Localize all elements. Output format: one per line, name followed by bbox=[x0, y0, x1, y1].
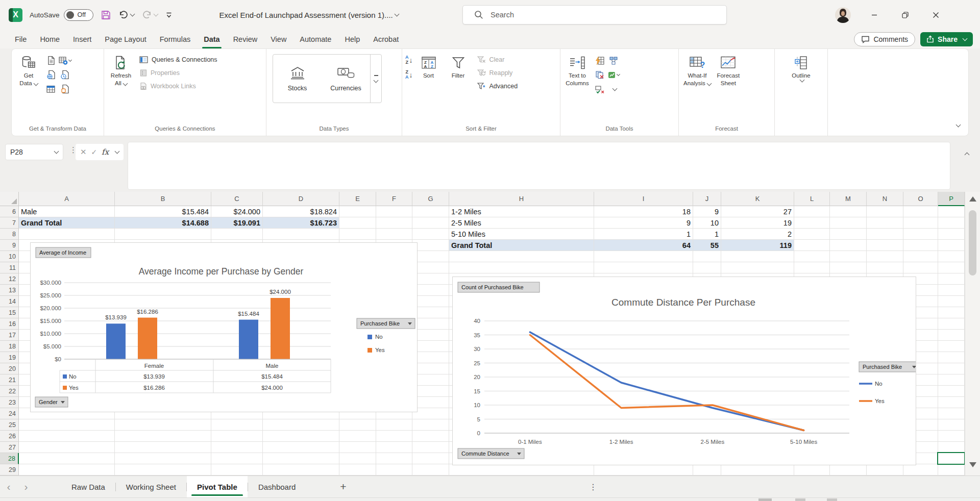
cell-I7[interactable]: 9 bbox=[594, 217, 693, 229]
column-header-N[interactable]: N bbox=[867, 192, 903, 206]
name-box[interactable]: P28 bbox=[5, 144, 63, 160]
column-header-K[interactable]: K bbox=[721, 192, 794, 206]
cell-N29[interactable] bbox=[867, 464, 903, 475]
column-header-J[interactable]: J bbox=[693, 192, 721, 206]
cell-G28[interactable] bbox=[412, 453, 449, 464]
column-header-B[interactable]: B bbox=[115, 192, 211, 206]
cell-I6[interactable]: 18 bbox=[594, 206, 693, 217]
data-validation-button[interactable] bbox=[593, 82, 606, 96]
cell-M11[interactable] bbox=[830, 262, 867, 273]
cell-B27[interactable] bbox=[115, 442, 211, 453]
cell-O11[interactable] bbox=[903, 262, 938, 273]
column-header-P[interactable]: P bbox=[938, 192, 965, 206]
cell-K8[interactable]: 2 bbox=[721, 229, 794, 240]
cell-G18[interactable] bbox=[412, 341, 449, 352]
row-header-15[interactable]: 15 bbox=[0, 307, 19, 318]
cell-N11[interactable] bbox=[867, 262, 903, 273]
cell-J10[interactable] bbox=[693, 251, 721, 262]
cell-E26[interactable] bbox=[339, 431, 376, 442]
cell-P27[interactable] bbox=[938, 442, 965, 453]
advanced-filter-button[interactable]: * Advanced bbox=[474, 80, 521, 93]
cell-G19[interactable] bbox=[412, 352, 449, 363]
data-types-more-button[interactable] bbox=[370, 55, 381, 103]
tabbar-overflow-dots-icon[interactable]: ⋮ bbox=[586, 476, 600, 497]
menu-tab-data[interactable]: Data bbox=[197, 30, 226, 48]
sort-ascending-button[interactable]: AZ ↓ bbox=[405, 55, 413, 65]
row-header-13[interactable]: 13 bbox=[0, 285, 19, 296]
cell-H11[interactable] bbox=[449, 262, 594, 273]
cell-O9[interactable] bbox=[903, 240, 938, 251]
cell-B8[interactable] bbox=[115, 229, 211, 240]
row-header-21[interactable]: 21 bbox=[0, 374, 19, 386]
row-header-28[interactable]: 28 bbox=[0, 453, 19, 464]
cell-L6[interactable] bbox=[794, 206, 830, 217]
column-header-C[interactable]: C bbox=[211, 192, 263, 206]
cell-P17[interactable] bbox=[938, 330, 965, 341]
avg-income-pivot-chart[interactable]: $30.000$25.000$20.000$15.000$10.000$5.00… bbox=[30, 242, 418, 412]
cell-F29[interactable] bbox=[376, 464, 412, 475]
cell-A7[interactable]: Grand Total bbox=[19, 217, 115, 229]
cell-P15[interactable] bbox=[938, 307, 965, 318]
reapply-filter-button[interactable]: Reapply bbox=[474, 66, 521, 80]
cell-K11[interactable] bbox=[721, 262, 794, 273]
column-header-F[interactable]: F bbox=[376, 192, 412, 206]
cell-J29[interactable] bbox=[693, 464, 721, 475]
cell-F27[interactable] bbox=[376, 442, 412, 453]
cell-B28[interactable] bbox=[115, 453, 211, 464]
cell-F25[interactable] bbox=[376, 419, 412, 431]
cell-G8[interactable] bbox=[412, 229, 449, 240]
menu-tab-acrobat[interactable]: Acrobat bbox=[366, 30, 405, 48]
cell-J9[interactable]: 55 bbox=[693, 240, 721, 251]
cell-H6[interactable]: 1-2 Miles bbox=[449, 206, 594, 217]
column-header-M[interactable]: M bbox=[830, 192, 867, 206]
cell-G13[interactable] bbox=[412, 285, 449, 296]
column-header-G[interactable]: G bbox=[412, 192, 449, 206]
cell-G24[interactable] bbox=[412, 408, 449, 419]
sheet-tab-dashboard[interactable]: Dashboard bbox=[248, 476, 306, 497]
cell-G11[interactable] bbox=[412, 262, 449, 273]
cell-J11[interactable] bbox=[693, 262, 721, 273]
share-button[interactable]: Share bbox=[920, 32, 973, 46]
row-header-29[interactable]: 29 bbox=[0, 464, 19, 475]
cell-A27[interactable] bbox=[19, 442, 115, 453]
chart2-purchased-bike-field-button[interactable]: Purchased Bike bbox=[859, 362, 916, 372]
cell-D7[interactable]: $16.723 bbox=[263, 217, 339, 229]
view-normal-button[interactable] bbox=[758, 498, 772, 501]
restore-button[interactable] bbox=[893, 0, 917, 30]
row-header-17[interactable]: 17 bbox=[0, 330, 19, 341]
cell-F26[interactable] bbox=[376, 431, 412, 442]
cell-D29[interactable] bbox=[263, 464, 339, 475]
cell-N10[interactable] bbox=[867, 251, 903, 262]
cell-C8[interactable] bbox=[211, 229, 263, 240]
insert-function-button[interactable]: fx bbox=[102, 147, 109, 157]
chart1-average-of-income-field-button[interactable]: Average of Income bbox=[36, 247, 91, 258]
collapse-formula-bar-button[interactable] bbox=[960, 150, 972, 159]
sort-descending-button[interactable]: ZA ↓ bbox=[405, 70, 413, 80]
row-header-27[interactable]: 27 bbox=[0, 442, 19, 453]
cell-C6[interactable]: $24.000 bbox=[211, 206, 263, 217]
row-header-9[interactable]: 9 bbox=[0, 240, 19, 251]
row-header-8[interactable]: 8 bbox=[0, 229, 19, 240]
cell-P11[interactable] bbox=[938, 262, 965, 273]
cell-K29[interactable] bbox=[721, 464, 794, 475]
cell-F6[interactable] bbox=[376, 206, 412, 217]
autosave-toggle[interactable]: Off bbox=[64, 9, 93, 21]
cell-B26[interactable] bbox=[115, 431, 211, 442]
comments-button[interactable]: Comments bbox=[854, 32, 915, 46]
cell-G26[interactable] bbox=[412, 431, 449, 442]
manage-data-model-button[interactable] bbox=[607, 68, 620, 82]
cell-G27[interactable] bbox=[412, 442, 449, 453]
menu-tab-home[interactable]: Home bbox=[33, 30, 66, 48]
workbook-links-button[interactable]: Workbook Links bbox=[137, 80, 220, 93]
column-header-E[interactable]: E bbox=[339, 192, 376, 206]
cell-H29[interactable] bbox=[449, 464, 594, 475]
cell-D8[interactable] bbox=[263, 229, 339, 240]
cell-E6[interactable] bbox=[339, 206, 376, 217]
cell-I11[interactable] bbox=[594, 262, 693, 273]
sheet-tab-pivot-table[interactable]: Pivot Table bbox=[187, 476, 248, 497]
view-page-layout-button[interactable] bbox=[795, 498, 805, 501]
cell-M6[interactable] bbox=[830, 206, 867, 217]
cell-G25[interactable] bbox=[412, 419, 449, 431]
row-header-20[interactable]: 20 bbox=[0, 363, 19, 374]
outline-button[interactable]: Outline bbox=[788, 52, 815, 82]
